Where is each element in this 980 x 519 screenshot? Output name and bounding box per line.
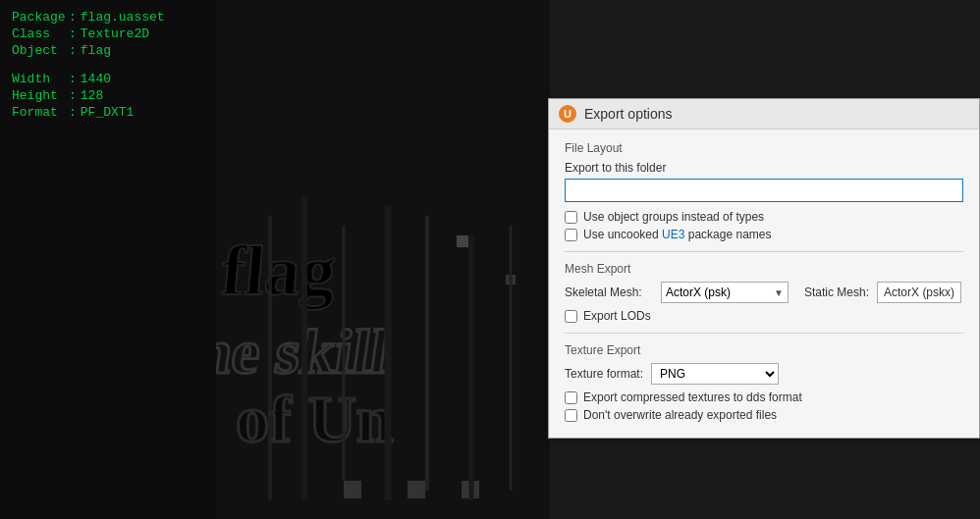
svg-rect-7 xyxy=(457,235,468,247)
divider-2 xyxy=(565,333,963,334)
use-uncooked-checkbox[interactable] xyxy=(565,229,577,241)
texture-svg: flag the skill of Un xyxy=(216,0,550,519)
class-line: Class : Texture2D xyxy=(12,26,204,41)
object-key: Object xyxy=(12,43,69,58)
package-key: Package xyxy=(12,10,69,25)
format-sep: : xyxy=(69,105,77,120)
format-key: Format xyxy=(12,105,69,120)
object-line: Object : flag xyxy=(12,43,204,58)
skeletal-mesh-dropdown[interactable]: ActorX (psk) ▼ xyxy=(661,282,789,303)
mesh-export-section-label: Mesh Export xyxy=(565,262,963,276)
export-lods-label: Export LODs xyxy=(583,309,651,323)
width-sep: : xyxy=(69,72,77,86)
class-val: Texture2D xyxy=(81,26,149,41)
height-line: Height : 128 xyxy=(12,88,204,103)
export-lods-checkbox[interactable] xyxy=(565,310,577,323)
file-layout-section-label: File Layout xyxy=(565,141,963,155)
skeletal-mesh-label: Skeletal Mesh: xyxy=(565,285,653,299)
svg-text:of Un: of Un xyxy=(236,382,394,456)
static-mesh-value: ActorX (pskx) xyxy=(877,282,961,303)
height-key: Height xyxy=(12,88,69,103)
svg-rect-5 xyxy=(408,481,425,498)
texture-format-select[interactable]: PNG TGA BMP DDS xyxy=(651,363,779,385)
terminal-panel: Package : flag.uasset Class : Texture2D … xyxy=(0,0,216,519)
export-compressed-checkbox[interactable] xyxy=(565,391,577,404)
use-uncooked-label: Use uncooked UE3 package names xyxy=(583,228,771,241)
dialog-titlebar: U Export options xyxy=(549,99,979,130)
texture-format-row: Texture format: PNG TGA BMP DDS xyxy=(565,363,963,385)
class-sep: : xyxy=(69,26,77,41)
object-sep: : xyxy=(69,43,77,58)
class-key: Class xyxy=(12,26,69,41)
use-uncooked-row: Use uncooked UE3 package names xyxy=(565,228,963,241)
export-lods-row: Export LODs xyxy=(565,309,963,323)
format-line: Format : PF_DXT1 xyxy=(12,105,204,120)
dialog-title: Export options xyxy=(584,106,673,122)
unreal-icon: U xyxy=(559,105,576,123)
object-val: flag xyxy=(81,43,111,58)
ue3-link: UE3 xyxy=(662,228,684,241)
dimensions-section: Width : 1440 Height : 128 Format : PF_DX… xyxy=(12,72,204,120)
export-compressed-label: Export compressed textures to dds format xyxy=(583,390,802,404)
width-key: Width xyxy=(12,72,69,86)
export-folder-label: Export to this folder xyxy=(565,161,963,175)
export-folder-input[interactable] xyxy=(565,179,963,202)
export-compressed-row: Export compressed textures to dds format xyxy=(565,390,963,404)
use-object-groups-row: Use object groups instead of types xyxy=(565,210,963,224)
width-line: Width : 1440 xyxy=(12,72,204,86)
use-object-groups-checkbox[interactable] xyxy=(565,211,577,224)
export-options-dialog: U Export options File Layout Export to t… xyxy=(548,98,980,439)
skeletal-dropdown-arrow: ▼ xyxy=(774,287,784,298)
height-val: 128 xyxy=(81,88,103,103)
svg-rect-4 xyxy=(344,481,361,498)
package-val: flag.uasset xyxy=(81,10,165,25)
dont-overwrite-row: Don't overwrite already exported files xyxy=(565,408,963,422)
svg-text:flag: flag xyxy=(218,232,339,310)
skeletal-mesh-value: ActorX (psk) xyxy=(666,285,731,299)
dont-overwrite-checkbox[interactable] xyxy=(565,409,577,422)
height-sep: : xyxy=(69,88,77,103)
format-val: PF_DXT1 xyxy=(81,105,135,120)
width-val: 1440 xyxy=(81,72,111,86)
package-sep: : xyxy=(69,10,77,25)
texture-preview: flag the skill of Un xyxy=(216,0,550,519)
use-object-groups-label: Use object groups instead of types xyxy=(583,210,764,224)
texture-format-label: Texture format: xyxy=(565,367,643,381)
skeletal-mesh-row: Skeletal Mesh: ActorX (psk) ▼ Static Mes… xyxy=(565,282,963,303)
static-mesh-label: Static Mesh: xyxy=(804,285,869,299)
dont-overwrite-label: Don't overwrite already exported files xyxy=(583,408,777,422)
package-line: Package : flag.uasset xyxy=(12,10,204,25)
dialog-body: File Layout Export to this folder Use ob… xyxy=(549,130,979,438)
divider-1 xyxy=(565,251,963,252)
texture-export-section-label: Texture Export xyxy=(565,343,963,357)
texture-preview-area: flag the skill of Un xyxy=(216,0,550,519)
